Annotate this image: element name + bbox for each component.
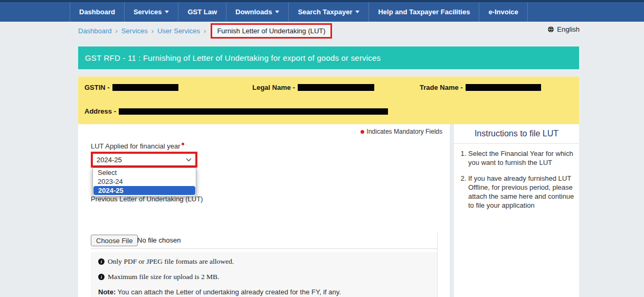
gstin-field: GSTIN -: [84, 83, 178, 91]
chevron-down-icon: [186, 158, 192, 162]
fy-option-2024-25[interactable]: 2024-25: [93, 186, 195, 195]
mandatory-dot-icon: [361, 130, 364, 134]
trade-name-value-redacted: [466, 84, 541, 91]
required-dot-icon: [182, 143, 184, 145]
language-label: English: [557, 25, 580, 33]
mandatory-fields-note: Indicates Mandatory Fields: [361, 128, 442, 135]
choose-file-button[interactable]: Choose File: [91, 235, 138, 246]
upload-note-formats: i Only PDF or JPEG file formats are allo…: [98, 257, 430, 266]
info-icon: i: [98, 274, 105, 280]
breadcrumb-services[interactable]: Services: [121, 27, 148, 35]
info-icon: i: [98, 258, 105, 265]
language-selector[interactable]: English: [547, 25, 580, 33]
upload-note-attach: Note: You can attach the Letter of under…: [98, 288, 430, 296]
lut-form-panel: Indicates Mandatory Fields LUT Applied f…: [78, 124, 450, 297]
financial-year-selected-value: 2024-25: [97, 156, 122, 164]
instruction-item-2: If you have already furnished LUT Offlin…: [468, 174, 575, 210]
trade-name-label: Trade Name -: [420, 83, 463, 91]
caret-down-icon: [355, 11, 359, 13]
breadcrumb-separator: ›: [204, 27, 206, 35]
instruction-item-1: Select the Financial Year for which you …: [468, 149, 575, 167]
main-nav: Dashboard Services GST Law Downloads Sea…: [0, 2, 644, 22]
instructions-list: Select the Financial Year for which you …: [454, 149, 579, 210]
gstin-value-redacted: [112, 84, 178, 91]
page: Dashboard Services GST Law Downloads Sea…: [0, 0, 644, 297]
page-title: GST RFD - 11 : Furnishing of Letter of U…: [78, 47, 579, 69]
fy-option-2023-24[interactable]: 2023-24: [93, 177, 196, 186]
nav-dashboard[interactable]: Dashboard: [70, 2, 124, 22]
address-field: Address -: [84, 107, 388, 115]
trade-name-field: Trade Name -: [420, 83, 541, 91]
financial-year-dropdown-list: Select 2023-24 2024-25: [92, 168, 196, 197]
upload-section-border: [437, 233, 438, 297]
nav-search-taxpayer[interactable]: Search Taxpayer: [288, 2, 368, 22]
caret-down-icon: [275, 11, 279, 13]
nav-services[interactable]: Services: [124, 2, 178, 22]
breadcrumb: Dashboard › Services › User Services › F…: [78, 22, 332, 39]
upload-info-box: i Only PDF or JPEG file formats are allo…: [91, 252, 437, 297]
no-file-chosen-text: No file chosen: [137, 236, 181, 244]
nav-help-facilities[interactable]: Help and Taxpayer Facilities: [368, 2, 479, 22]
gstin-label: GSTIN -: [84, 83, 110, 91]
upload-divider: [91, 248, 437, 249]
caret-down-icon: [165, 11, 169, 13]
globe-icon: [547, 26, 554, 33]
address-label: Address -: [84, 107, 116, 115]
legal-name-value-redacted: [298, 84, 374, 91]
breadcrumb-separator: ›: [151, 27, 154, 35]
address-value-redacted: [119, 108, 388, 115]
instructions-divider: [454, 143, 579, 144]
instructions-title: Instructions to file LUT: [454, 124, 579, 138]
upload-note-size: i Maximum file size for upload is 2 MB.: [98, 273, 430, 281]
breadcrumb-dashboard[interactable]: Dashboard: [78, 27, 112, 35]
financial-year-label: LUT Applied for financial year: [91, 142, 184, 150]
nav-e-invoice[interactable]: e-Invoice: [479, 2, 527, 22]
breadcrumb-current-furnish-lut: Furnish Letter of Undertaking (LUT): [211, 23, 332, 39]
legal-name-label: Legal Name -: [252, 83, 295, 91]
taxpayer-info-strip: GSTIN - Legal Name - Trade Name - Addres…: [78, 77, 579, 124]
instructions-panel: Instructions to file LUT Select the Fina…: [454, 124, 579, 297]
nav-gst-law[interactable]: GST Law: [178, 2, 226, 22]
fy-option-select[interactable]: Select: [93, 168, 196, 177]
legal-name-field: Legal Name -: [252, 83, 374, 91]
financial-year-select[interactable]: 2024-25: [91, 152, 197, 168]
breadcrumb-user-services[interactable]: User Services: [157, 27, 200, 35]
nav-downloads[interactable]: Downloads: [226, 2, 288, 22]
breadcrumb-separator: ›: [116, 27, 118, 35]
